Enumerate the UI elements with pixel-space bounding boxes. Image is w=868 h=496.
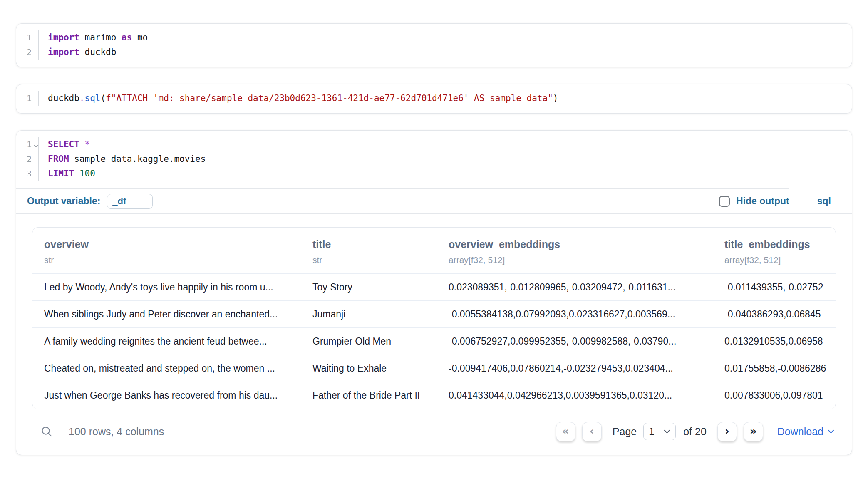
notebook-page: 1import marimo as mo2import duckdb 1duck…: [0, 0, 868, 455]
table-footer: 100 rows, 4 columns « ‹ Page 1 of 20 › »: [32, 409, 836, 444]
table-row[interactable]: Led by Woody, Andy's toys live happily i…: [32, 274, 836, 301]
table-cell: When siblings Judy and Peter discover an…: [32, 301, 301, 328]
column-header[interactable]: title_embeddingsarray[f32, 512]: [713, 228, 836, 274]
column-name: title_embeddings: [724, 238, 836, 250]
output-variable-label: Output variable:: [27, 196, 100, 207]
next-page-button[interactable]: ›: [717, 422, 737, 441]
table-cell: Grumpier Old Men: [301, 328, 437, 355]
line-number: 1: [16, 30, 39, 45]
code-token: duckdb: [79, 47, 117, 57]
column-header[interactable]: overviewstr: [32, 228, 301, 274]
table-cell: -0.011439355,-0.02752: [713, 274, 836, 301]
code-token: f"ATTACH 'md:_share/sample_data/23b0d623…: [106, 93, 553, 103]
column-type: str: [44, 255, 301, 265]
table-cell: -0.009417406,0.07860214,-0.023279453,0.0…: [437, 355, 713, 382]
cell-imports: 1import marimo as mo2import duckdb: [16, 23, 852, 67]
page-select-value: 1: [649, 426, 654, 437]
table-cell: -0.0055384138,0.07992093,0.023316627,0.0…: [437, 301, 713, 328]
first-page-button[interactable]: «: [556, 422, 575, 441]
cell-attach: 1duckdb.sql(f"ATTACH 'md:_share/sample_d…: [16, 84, 852, 114]
table-header-row: overviewstrtitlestroverview_embeddingsar…: [32, 228, 836, 274]
column-type: array[f32, 512]: [449, 255, 713, 265]
code-line[interactable]: 1duckdb.sql(f"ATTACH 'md:_share/sample_d…: [16, 91, 852, 106]
page-label: Page: [613, 426, 637, 438]
previous-page-button[interactable]: ‹: [582, 422, 602, 441]
column-type: array[f32, 512]: [724, 255, 836, 265]
code-content: SELECT *: [39, 137, 90, 152]
output-area: overviewstrtitlestroverview_embeddingsar…: [16, 214, 852, 455]
table-row[interactable]: When siblings Judy and Peter discover an…: [32, 301, 836, 328]
column-name: title: [312, 238, 437, 250]
chevron-down-icon: [828, 429, 834, 434]
table-cell: Jumanji: [301, 301, 437, 328]
code-editor-attach[interactable]: 1duckdb.sql(f"ATTACH 'md:_share/sample_d…: [16, 84, 852, 113]
column-type: str: [312, 255, 437, 265]
page-total-label: of 20: [683, 426, 707, 438]
code-content: import duckdb: [39, 45, 116, 60]
column-header[interactable]: overview_embeddingsarray[f32, 512]: [437, 228, 713, 274]
table-cell: 0.023089351,-0.012809965,-0.03209472,-0.…: [437, 274, 713, 301]
result-table: overviewstrtitlestroverview_embeddingsar…: [32, 228, 836, 409]
code-token: import: [48, 32, 79, 42]
table-row[interactable]: Cheated on, mistreated and stepped on, t…: [32, 355, 836, 382]
toolbar-separator: [802, 193, 802, 210]
table-cell: A family wedding reignites the ancient f…: [32, 328, 301, 355]
last-page-button[interactable]: »: [744, 422, 763, 441]
language-badge[interactable]: sql: [817, 196, 831, 207]
table-cell: -0.006752927,0.099952355,-0.009982588,-0…: [437, 328, 713, 355]
line-number: 2: [16, 152, 39, 166]
chevron-down-icon: [664, 429, 670, 434]
fold-chevron-icon[interactable]: [34, 143, 38, 147]
table-row[interactable]: A family wedding reignites the ancient f…: [32, 328, 836, 355]
table-cell: 0.007833006,0.097801: [713, 382, 836, 409]
code-line[interactable]: 2import duckdb: [16, 45, 852, 60]
output-variable-input[interactable]: [107, 194, 153, 209]
table-cell: Waiting to Exhale: [301, 355, 437, 382]
code-line[interactable]: 1SELECT *: [16, 137, 852, 152]
code-token: SELECT: [48, 139, 79, 149]
cell-sql: 1SELECT *2FROM sample_data.kaggle.movies…: [16, 130, 852, 455]
table-cell: 0.041433044,0.042966213,0.0039591365,0.0…: [437, 382, 713, 409]
code-token: duckdb: [48, 93, 79, 103]
line-number: 3: [16, 166, 39, 181]
code-content: FROM sample_data.kaggle.movies: [39, 152, 206, 166]
table-cell: -0.040386293,0.06845: [713, 301, 836, 328]
hide-output-label: Hide output: [736, 196, 789, 207]
page-select[interactable]: 1: [643, 423, 676, 440]
column-name: overview_embeddings: [449, 238, 713, 250]
code-line[interactable]: 1import marimo as mo: [16, 30, 852, 45]
code-token: 100: [79, 169, 95, 179]
code-token: sample_data.kaggle.movies: [69, 154, 206, 164]
code-token: ): [553, 93, 558, 103]
code-token: [74, 169, 79, 179]
rows-summary: 100 rows, 4 columns: [69, 426, 164, 438]
line-number: 1: [16, 137, 39, 152]
code-token: (: [100, 93, 106, 103]
hide-output-checkbox[interactable]: [719, 196, 730, 207]
code-token: marimo: [79, 32, 122, 42]
line-number: 2: [16, 45, 39, 60]
column-name: overview: [44, 238, 301, 250]
code-content: import marimo as mo: [39, 30, 148, 45]
search-icon[interactable]: [40, 425, 53, 438]
code-line[interactable]: 3LIMIT 100: [16, 166, 852, 181]
code-token: import: [48, 47, 79, 57]
download-button[interactable]: Download: [777, 426, 834, 438]
line-number: 1: [16, 91, 39, 106]
column-header[interactable]: titlestr: [301, 228, 437, 274]
code-content: duckdb.sql(f"ATTACH 'md:_share/sample_da…: [39, 91, 558, 106]
code-token: .: [79, 93, 85, 103]
code-line[interactable]: 2FROM sample_data.kaggle.movies: [16, 152, 852, 166]
code-token: sql: [85, 93, 101, 103]
code-token: as: [122, 32, 132, 42]
table-cell: Father of the Bride Part II: [301, 382, 437, 409]
table-row[interactable]: Just when George Banks has recovered fro…: [32, 382, 836, 409]
code-editor-sql[interactable]: 1SELECT *2FROM sample_data.kaggle.movies…: [16, 131, 852, 188]
download-label: Download: [777, 426, 823, 438]
code-editor-imports[interactable]: 1import marimo as mo2import duckdb: [16, 24, 852, 67]
code-token: LIMIT: [48, 169, 74, 179]
table-cell: 0.0132910535,0.06958: [713, 328, 836, 355]
table-cell: Cheated on, mistreated and stepped on, t…: [32, 355, 301, 382]
table-cell: Just when George Banks has recovered fro…: [32, 382, 301, 409]
code-token: mo: [132, 32, 148, 42]
